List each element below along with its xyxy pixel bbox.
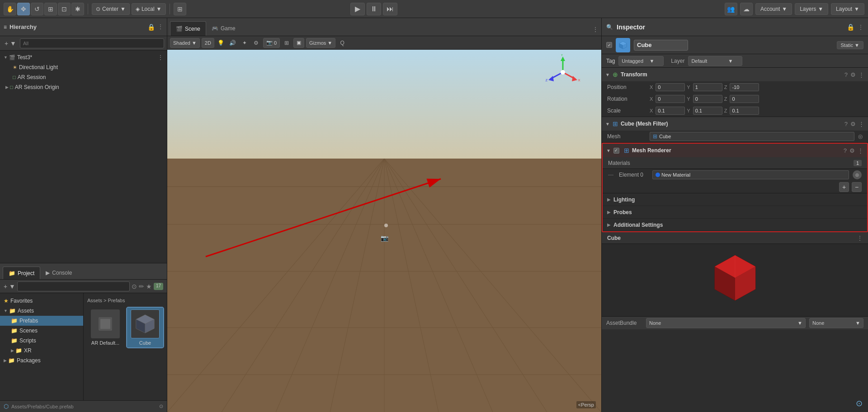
inspector-bottom-icon[interactable]: ⊙ xyxy=(856,398,863,408)
asset-bundle-value1-dropdown[interactable]: None ▼ xyxy=(646,318,806,328)
render-dropdown[interactable]: ▣ xyxy=(293,38,304,48)
mesh-renderer-header[interactable]: ▼ ✓ ⊞ Mesh Renderer ? ⚙ ⋮ xyxy=(603,144,867,157)
project-search-input[interactable] xyxy=(17,281,130,291)
gizmos-dropdown[interactable]: Gizmos ▼ xyxy=(306,38,335,48)
object-enabled-checkbox[interactable]: ✓ xyxy=(606,42,612,48)
probes-section[interactable]: ▶ Probes xyxy=(603,206,867,219)
hierarchy-more-icon[interactable]: ⋮ xyxy=(158,23,163,31)
mesh-target-icon[interactable]: ◎ xyxy=(858,133,863,140)
position-y-input[interactable] xyxy=(693,83,722,91)
mesh-filter-more-icon[interactable]: ⋮ xyxy=(859,121,864,127)
mesh-renderer-help-icon[interactable]: ? xyxy=(844,147,847,154)
pivot-center-dropdown[interactable]: ⊙ Center ▼ xyxy=(92,3,130,15)
scene-search-btn[interactable]: Q xyxy=(337,38,347,48)
transform-header[interactable]: ▼ ⊕ Transform ? ⚙ ⋮ xyxy=(602,68,868,81)
hierarchy-item-ar-session-origin[interactable]: ▶ □ AR Session Origin xyxy=(0,82,167,92)
hierarchy-search-input[interactable] xyxy=(20,38,164,48)
settings-icon[interactable]: ✏ xyxy=(139,283,144,290)
account-dropdown[interactable]: Account ▼ xyxy=(755,3,792,15)
add-material-button[interactable]: + xyxy=(839,182,849,192)
tab-console[interactable]: ▶ Console xyxy=(40,267,77,279)
rotation-x-input[interactable] xyxy=(656,95,685,103)
layers-dropdown[interactable]: Layers ▼ xyxy=(795,3,828,15)
shading-dropdown[interactable]: Shaded ▼ xyxy=(170,38,200,48)
mesh-renderer-settings-icon[interactable]: ⚙ xyxy=(849,147,855,154)
hierarchy-item-ar-session[interactable]: □ AR Session xyxy=(0,72,167,82)
hand-tool-button[interactable]: ✋ xyxy=(4,3,16,15)
rect-tool-button[interactable]: ⊡ xyxy=(58,3,71,15)
position-x-input[interactable] xyxy=(656,83,685,91)
hierarchy-item-scene[interactable]: ▼ 🎬 Test3* ⋮ xyxy=(0,52,167,62)
play-button[interactable]: ▶ xyxy=(350,3,365,15)
lighting-section[interactable]: ▶ Lighting xyxy=(603,193,867,206)
pause-button[interactable]: ⏸ xyxy=(367,3,381,15)
file-item-ar-default[interactable]: AR Default... xyxy=(87,308,123,347)
rotation-z-input[interactable] xyxy=(730,95,759,103)
mesh-filter-header[interactable]: ▼ ⊞ Cube (Mesh Filter) ? ⚙ ⋮ xyxy=(602,117,868,131)
mesh-renderer-more-icon[interactable]: ⋮ xyxy=(858,147,863,154)
transform-settings-icon[interactable]: ⚙ xyxy=(850,71,856,78)
pivot-local-dropdown[interactable]: ◈ Local ▼ xyxy=(132,3,166,15)
hierarchy-lock-icon[interactable]: 🔒 xyxy=(147,23,155,31)
layout-dropdown[interactable]: Layout ▼ xyxy=(831,3,864,15)
tag-dropdown[interactable]: Untagged ▼ xyxy=(618,56,664,66)
mesh-renderer-enabled-checkbox[interactable]: ✓ xyxy=(613,148,619,154)
scale-tool-button[interactable]: ⊞ xyxy=(44,3,57,15)
scene-more-icon[interactable]: ⋮ xyxy=(158,54,163,61)
additional-settings-section[interactable]: ▶ Additional Settings xyxy=(603,219,867,231)
file-item-cube[interactable]: Cube xyxy=(127,308,163,347)
step-button[interactable]: ⏭ xyxy=(383,3,397,15)
favorites-icon[interactable]: ⊙ xyxy=(132,283,137,290)
mesh-filter-settings-icon[interactable]: ⚙ xyxy=(850,121,856,127)
scene-panel-more-icon[interactable]: ⋮ xyxy=(592,26,599,36)
project-add-button[interactable]: + ▼ xyxy=(4,283,15,290)
ft-item-assets[interactable]: ▼ 📁 Assets xyxy=(0,306,83,316)
tab-scene[interactable]: 🎬 Scene xyxy=(170,21,206,36)
asset-bundle-value2-dropdown[interactable]: None ▼ xyxy=(809,318,863,328)
move-tool-button[interactable]: ✥ xyxy=(17,3,30,15)
element-0-target-icon[interactable]: ◎ xyxy=(853,170,862,179)
grid-tool-button[interactable]: ⊞ xyxy=(174,3,186,15)
cloud-button[interactable]: ☁ xyxy=(740,3,753,15)
transform-more-icon[interactable]: ⋮ xyxy=(859,71,864,78)
scene-fx-btn[interactable]: ⚙ xyxy=(251,38,261,48)
ft-item-prefabs[interactable]: 📁 Prefabs xyxy=(0,316,83,326)
rotate-tool-button[interactable]: ↺ xyxy=(31,3,43,15)
ft-item-packages[interactable]: ▶ 📁 Packages xyxy=(0,356,83,365)
ft-item-scripts[interactable]: 📁 Scripts xyxy=(0,336,83,346)
hierarchy-item-directional-light[interactable]: ☀ Directional Light xyxy=(0,62,167,72)
tab-game[interactable]: 🎮 Game xyxy=(206,21,241,36)
rotation-y-input[interactable] xyxy=(693,95,722,103)
remove-material-button[interactable]: − xyxy=(852,182,862,192)
lighting-icon-btn[interactable]: 💡 xyxy=(216,38,226,48)
custom-tool-button[interactable]: ✱ xyxy=(71,3,84,15)
scene-view[interactable]: Y X Z 📷 <Persp xyxy=(167,50,601,412)
directional-light-icon: ☀ xyxy=(13,65,17,70)
ft-item-scenes[interactable]: 📁 Scenes xyxy=(0,326,83,336)
star-icon[interactable]: ★ xyxy=(146,283,152,290)
inspector-lock-icon[interactable]: 🔒 xyxy=(847,23,854,31)
ft-item-xr[interactable]: ▶ 📁 XR xyxy=(0,346,83,356)
ft-item-favorites[interactable]: ★ Favorites xyxy=(0,296,83,306)
camera-dropdown[interactable]: 📷 0 xyxy=(263,38,280,48)
effects-icon-btn[interactable]: ✦ xyxy=(240,38,250,48)
cube-preview-more-icon[interactable]: ⋮ xyxy=(857,235,863,241)
static-dropdown[interactable]: Static ▼ xyxy=(837,41,863,49)
2d-button[interactable]: 2D xyxy=(202,38,214,48)
hierarchy-add-button[interactable]: + ▼ xyxy=(3,40,18,47)
grid-btn[interactable]: ⊞ xyxy=(282,38,292,48)
collab-button[interactable]: 👥 xyxy=(725,3,737,15)
tab-project[interactable]: 📁 Project xyxy=(3,267,40,279)
position-z-input[interactable] xyxy=(730,83,759,91)
layer-dropdown[interactable]: Default ▼ xyxy=(688,56,742,66)
audio-icon-btn[interactable]: 🔊 xyxy=(228,38,238,48)
inspector-more-icon[interactable]: ⋮ xyxy=(858,24,863,30)
scale-y-input[interactable] xyxy=(693,107,722,115)
status-slider-icon[interactable]: ⊙ xyxy=(159,403,163,409)
transform-help-icon[interactable]: ? xyxy=(844,71,848,78)
object-name-input[interactable] xyxy=(634,40,688,51)
mesh-filter-help-icon[interactable]: ? xyxy=(844,121,848,127)
scene-icon: 🎬 xyxy=(9,55,15,61)
scale-z-input[interactable] xyxy=(730,107,759,115)
scale-x-input[interactable] xyxy=(656,107,685,115)
